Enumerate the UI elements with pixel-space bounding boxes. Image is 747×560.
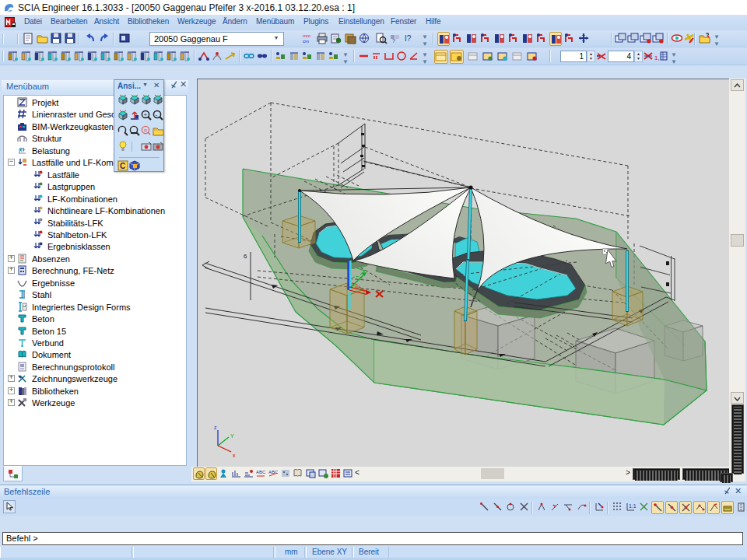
svg-text:C: C (120, 162, 125, 170)
svg-text:R: R (144, 128, 148, 133)
svg-text:cm: cm (303, 39, 309, 44)
svg-text:6: 6 (244, 253, 247, 260)
svg-text:Y: Y (230, 433, 234, 439)
svg-text:ABC: ABC (268, 470, 279, 474)
svg-text:1:1: 1:1 (629, 503, 637, 509)
svg-text:-: - (156, 111, 158, 118)
svg-text:1,: 1, (654, 54, 660, 61)
svg-text:x: x (233, 453, 236, 458)
svg-text:?: ? (392, 38, 395, 44)
svg-text:+: + (144, 111, 148, 118)
svg-text:z: z (214, 425, 217, 430)
svg-text:I?: I? (405, 34, 412, 43)
svg-text:mm: mm (303, 33, 310, 38)
svg-text:ABC: ABC (256, 470, 266, 474)
